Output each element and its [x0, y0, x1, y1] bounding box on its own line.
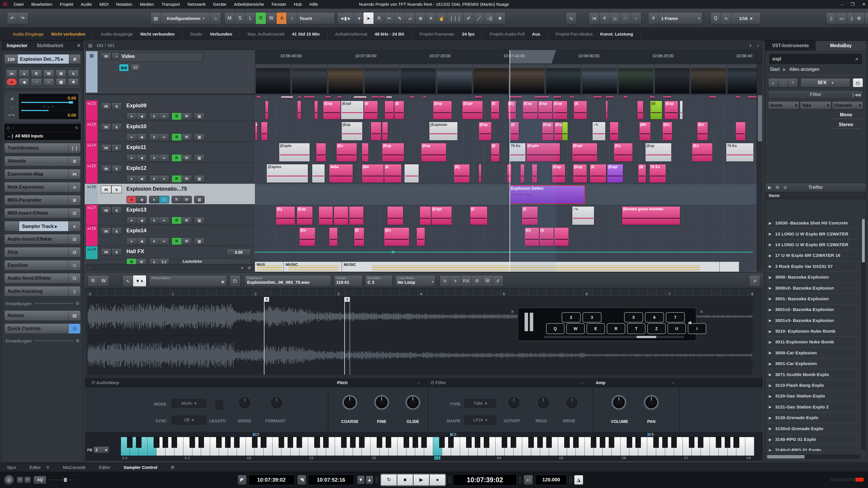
- result-row[interactable]: ▶3001v3- Bazooka Explosion: [765, 315, 860, 326]
- sampler-write-button[interactable]: W: [98, 275, 109, 286]
- audio-event[interactable]: (E: [491, 101, 499, 120]
- record-button[interactable]: ●: [429, 474, 445, 486]
- tab-inspector[interactable]: Inspector: [2, 43, 32, 48]
- black-key[interactable]: [323, 437, 329, 448]
- audio-event[interactable]: [337, 96, 342, 98]
- overlay-key-W[interactable]: W: [566, 323, 585, 334]
- audio-event[interactable]: (Ex: [336, 143, 357, 162]
- result-row[interactable]: ▶3011-Explosion Nuke Bomb: [765, 337, 860, 348]
- result-row[interactable]: ▶3120-Gas Station Explo: [765, 391, 860, 401]
- menu-item-geräte[interactable]: Geräte: [210, 2, 230, 7]
- result-row[interactable]: ▶3121-Gas Station Explo 2: [765, 402, 860, 413]
- audio-event[interactable]: [593, 96, 602, 98]
- iterative-quantize-icon[interactable]: ⟳: [620, 12, 631, 24]
- legato-checkbox[interactable]: [216, 400, 223, 410]
- layout-left-icon[interactable]: ▯: [826, 12, 837, 24]
- record-enable-button[interactable]: ●: [6, 78, 17, 86]
- timebase-icon[interactable]: ◔: [31, 78, 42, 86]
- sample-marker-line[interactable]: [349, 297, 350, 375]
- setup-icon[interactable]: ▤: [151, 12, 161, 24]
- level-slider[interactable]: [50, 479, 76, 481]
- inspector-section-sampler-track-[interactable]: Sampler Track ▸e: [4, 221, 81, 231]
- results-scrollbar[interactable]: [861, 219, 865, 450]
- overlay-key-T[interactable]: T: [627, 323, 646, 334]
- audio-event[interactable]: (Exp: [297, 206, 313, 225]
- crumb-start[interactable]: Start: [770, 67, 780, 72]
- audio-event[interactable]: (Explos: [267, 164, 308, 183]
- solo-button[interactable]: s: [112, 102, 122, 110]
- filter-bar[interactable]: Filter❘◀◀: [768, 90, 863, 99]
- play-arrow-icon[interactable]: ▶: [769, 318, 772, 323]
- audio-event[interactable]: (Bli: [362, 164, 384, 183]
- section-icon[interactable]: ⊟: [68, 208, 81, 218]
- audio-event[interactable]: (E: [384, 164, 402, 183]
- audio-event[interactable]: [297, 101, 301, 120]
- overlay-key-Q[interactable]: Q: [546, 323, 564, 334]
- play-arrow-icon[interactable]: ▶: [769, 362, 772, 366]
- audio-event[interactable]: [261, 122, 268, 140]
- read-button[interactable]: R: [172, 238, 182, 245]
- menu-item-arbeitsbereiche[interactable]: Arbeitsbereiche: [230, 2, 268, 7]
- sample-start-marker[interactable]: S: [264, 297, 265, 375]
- track-row-explosion-detonatio-75[interactable]: ▸126msExplosion Detonatio...75●◀e᎒᎒RW▥: [85, 184, 255, 204]
- stop-button[interactable]: ■: [397, 474, 413, 486]
- audio-event[interactable]: [478, 164, 482, 183]
- menu-item-audio[interactable]: Audio: [77, 2, 95, 7]
- audio-event[interactable]: (Expl: [607, 164, 623, 183]
- preset-name-field[interactable]: Preset-Name ◈: [149, 275, 227, 287]
- overlay-key-U[interactable]: U: [668, 323, 686, 334]
- video-track-name[interactable]: Video: [119, 52, 203, 62]
- section-icon[interactable]: ⊞: [68, 195, 81, 205]
- track-row-explo14[interactable]: ▸128msExplo14●◀e∞RW▥: [85, 225, 255, 246]
- automation-mode-dropdown[interactable]: Touch: [297, 12, 335, 24]
- record-button[interactable]: ●: [127, 113, 136, 120]
- snap-caret[interactable]: ▾: [631, 12, 641, 24]
- main-timecode[interactable]: 10:07:39:02: [453, 474, 517, 486]
- lanes-button[interactable]: ▥: [194, 134, 204, 140]
- menu-item-netzwerk[interactable]: Netzwerk: [184, 2, 210, 7]
- left-locator-time[interactable]: 10:07:39:02: [248, 475, 294, 485]
- black-key[interactable]: [386, 437, 391, 448]
- tempo-field[interactable]: Tempo119.01: [334, 275, 363, 287]
- lanes-button[interactable]: ▥: [194, 238, 204, 245]
- audio-event[interactable]: (E: [394, 101, 404, 120]
- track-row-explo13[interactable]: ▸127msExplo13●◀e∞RW▥: [85, 204, 255, 225]
- audio-event[interactable]: [606, 96, 614, 98]
- audio-event[interactable]: [423, 96, 426, 98]
- audio-event[interactable]: [386, 96, 392, 98]
- piano-keyboard[interactable]: [121, 437, 754, 456]
- section-icon[interactable]: ⊟: [68, 234, 81, 244]
- black-key[interactable]: [671, 437, 677, 448]
- black-key[interactable]: [252, 437, 257, 448]
- audio-event[interactable]: [314, 101, 318, 120]
- record-button[interactable]: ●: [127, 175, 136, 182]
- section-icon[interactable]: ❘❘: [68, 143, 81, 153]
- lanes-button[interactable]: ▥: [194, 196, 204, 203]
- overlay-key-6[interactable]: 6: [645, 312, 664, 323]
- play-arrow-icon[interactable]: ▶: [769, 242, 772, 247]
- play-arrow-icon[interactable]: ▶: [769, 394, 772, 398]
- preview-sync-icon[interactable]: ⊘: [783, 185, 787, 190]
- read-button[interactable]: R: [172, 217, 182, 224]
- black-key[interactable]: [502, 437, 507, 448]
- automation-r-button[interactable]: R: [256, 12, 266, 24]
- audio-event[interactable]: [387, 206, 403, 225]
- punch-in-icon[interactable]: ◤: [238, 475, 247, 485]
- track-name-field[interactable]: Explosion Det...75 ▸: [18, 54, 69, 64]
- mute-button[interactable]: m: [101, 248, 112, 256]
- audio-event[interactable]: [637, 101, 644, 120]
- tool-timewarp-icon[interactable]: ☝: [436, 12, 447, 24]
- track-row-explo09[interactable]: ▸122msExplo09●◀e∞RW▥: [85, 100, 255, 121]
- mediabay-search-field[interactable]: expl ✕: [769, 54, 862, 64]
- automation-a-button[interactable]: A: [277, 12, 287, 24]
- black-key[interactable]: [600, 437, 605, 448]
- pitchbend-range-dropdown[interactable]: 2▾: [93, 446, 109, 453]
- nav-back-icon[interactable]: ←: [769, 78, 778, 87]
- edit-button[interactable]: e: [149, 217, 159, 224]
- result-row[interactable]: ▶3 Rock Explo Var DX231 57: [765, 261, 860, 272]
- black-key[interactable]: [609, 437, 614, 448]
- filter-shape-dropdown[interactable]: LP24▾: [464, 416, 496, 424]
- automation-w-button[interactable]: W: [266, 12, 277, 24]
- audio-event[interactable]: (Ex: [299, 227, 315, 246]
- tab-sichtbarkeit[interactable]: Sichtbarkeit: [32, 43, 68, 48]
